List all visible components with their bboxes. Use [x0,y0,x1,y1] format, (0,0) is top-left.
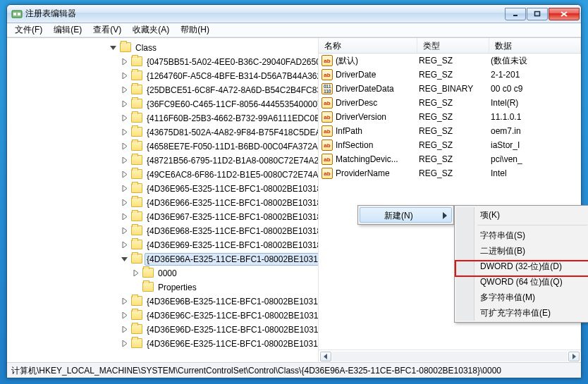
folder-icon [131,183,142,193]
menu-file[interactable]: 文件(F) [10,23,47,37]
menu-help[interactable]: 帮助(H) [176,23,214,37]
expand-icon[interactable] [121,185,128,192]
binary-value-icon: 011110 [321,83,333,94]
tree-item[interactable]: Properties [131,280,318,295]
tree-item[interactable]: {43675D81-502A-4A82-9F84-B75F418C5DEA} [120,125,318,140]
app-icon [11,8,23,20]
expand-icon[interactable] [121,326,128,333]
menu-item-binary[interactable]: 二进制值(B) [456,243,588,259]
col-type[interactable]: 类型 [417,38,489,53]
list-row[interactable]: ab(默认)REG_SZ(数值未设 [319,54,581,68]
expand-icon[interactable] [121,199,128,206]
tree-item[interactable]: {4658EE7E-F050-11D1-B6BD-00C04FA372A7} [120,140,318,154]
string-value-icon: ab [321,69,333,80]
menu-item-string[interactable]: 字符串值(S) [456,228,588,243]
menu-edit[interactable]: 编辑(E) [49,23,87,37]
tree-item[interactable]: 0000 [131,266,318,280]
maximize-button[interactable] [527,8,548,20]
menu-fav[interactable]: 收藏夹(A) [128,23,174,37]
expand-icon[interactable] [121,87,128,93]
folder-icon [131,296,142,306]
folder-icon [131,240,142,249]
close-button[interactable] [549,8,580,20]
tree-item[interactable]: {4D36E968-E325-11CE-BFC1-08002BE10318} [120,224,318,238]
list-row[interactable]: abDriverDateREG_SZ2-1-201 [319,68,581,82]
list-row[interactable]: 011110DriverDateDataREG_BINARY00 c0 c9 [319,82,581,96]
tree-item[interactable]: {4116F60B-25B3-4662-B732-99A6111EDC0B} [120,111,318,125]
string-value-icon: ab [321,97,333,109]
expand-icon[interactable] [121,58,128,65]
collapse-icon[interactable] [110,44,116,51]
string-value-icon: ab [321,140,333,151]
expand-icon[interactable] [133,270,139,276]
string-value-icon: ab [321,55,333,66]
tree-item[interactable]: {49CE6AC8-6F86-11D2-B1E5-0080C72E74A2} [120,168,318,182]
tree-item[interactable]: {4D36E965-E325-11CE-BFC1-08002BE10318} [120,182,318,196]
menu-item-dword[interactable]: DWORD (32-位)值(D) [456,259,588,274]
expand-icon[interactable] [121,101,128,107]
context-menu-new: 新建(N) [357,205,454,225]
collapse-icon[interactable] [121,256,128,262]
expand-icon[interactable] [121,143,128,149]
menu-item-qword[interactable]: QWORD (64 位)值(Q) [456,274,588,290]
h-scrollbar[interactable] [319,349,581,362]
menu-item-new[interactable]: 新建(N) [360,207,452,223]
window-buttons [505,8,580,20]
tree-item[interactable]: {0475BB51-5A02-4EE0-B36C-29040FAD2650} [120,55,318,69]
submenu-arrow-icon [443,212,447,219]
folder-icon [142,282,154,292]
string-value-icon: ab [321,125,333,137]
list-row[interactable]: abInfSectionREG_SZiaStor_I [319,138,581,152]
tree-item[interactable]: {4D36E969-E325-11CE-BFC1-08002BE10318} [120,238,318,252]
tree-item[interactable]: {1264760F-A5C8-4BFE-B314-D56A7B44A362} [120,69,318,83]
folder-icon [131,338,142,348]
menu-item-expandstring[interactable]: 可扩充字符串值(E) [456,305,588,321]
expand-icon[interactable] [121,157,128,163]
scroll-right-icon[interactable] [568,352,580,361]
expand-icon[interactable] [121,73,128,79]
svg-rect-1 [13,13,16,16]
tree-item[interactable]: {48721B56-6795-11D2-B1A8-0080C72E74A2} [120,154,318,168]
tree-item[interactable]: {36FC9E60-C465-11CF-8056-444553540000} [120,97,318,111]
tree-item[interactable]: {4D36E96E-E325-11CE-BFC1-08002BE10318} [120,337,318,351]
tree-item[interactable]: {4D36E96B-E325-11CE-BFC1-08002BE10318} [120,295,318,309]
expand-icon[interactable] [121,213,128,220]
tree-item[interactable]: {25DBCE51-6C8F-4A72-8A6D-B54C2B4FC835} [120,83,318,97]
expand-icon[interactable] [121,171,128,178]
expand-icon[interactable] [121,340,128,347]
folder-icon [131,113,142,123]
folder-icon [131,99,142,109]
tree-item[interactable]: {4D36E967-E325-11CE-BFC1-08002BE10318} [120,210,318,224]
list-row[interactable]: abProviderNameREG_SZIntel [319,166,581,180]
list-row[interactable]: abMatchingDevic...REG_SZpci\ven_ [319,152,581,166]
tree-panel[interactable]: Class {0475BB51-5A02-4EE0-B36C-29040FAD2… [7,38,319,362]
list-row[interactable]: abDriverDescREG_SZIntel(R) [319,96,581,110]
folder-icon [131,169,142,179]
expand-icon[interactable] [121,228,128,234]
tree-item[interactable]: {4D36E966-E325-11CE-BFC1-08002BE10318} [120,196,318,210]
expand-icon[interactable] [121,129,128,135]
minimize-button[interactable] [505,8,526,20]
expand-icon[interactable] [121,242,128,248]
tree-root[interactable]: Class [109,41,318,55]
context-submenu-new: 项(K) 字符串值(S) 二进制值(B) DWORD (32-位)值(D) QW… [454,205,588,323]
list-header[interactable]: 名称 类型 数据 [319,38,581,54]
col-data[interactable]: 数据 [489,38,581,53]
menu-item-key[interactable]: 项(K) [456,207,588,223]
scroll-left-icon[interactable] [320,352,331,361]
titlebar[interactable]: 注册表编辑器 [7,5,581,23]
expand-icon[interactable] [121,298,128,304]
folder-icon [131,324,142,334]
col-name[interactable]: 名称 [319,38,417,53]
tree-item[interactable]: {4D36E96D-E325-11CE-BFC1-08002BE10318} [120,323,318,337]
list-row[interactable]: abDriverVersionREG_SZ11.1.0.1 [319,110,581,124]
menu-view[interactable]: 查看(V) [88,23,126,37]
expand-icon[interactable] [121,312,128,318]
svg-rect-2 [18,13,20,16]
expand-icon[interactable] [121,115,128,121]
tree-item[interactable]: {4D36E96C-E325-11CE-BFC1-08002BE10318} [120,309,318,323]
list-row[interactable]: abInfPathREG_SZoem7.in [319,124,581,138]
menu-item-multistring[interactable]: 多字符串值(M) [456,290,588,305]
tree-item-open[interactable]: {4D36E96A-E325-11CE-BFC1-08002BE10318} [120,252,318,266]
scroll-track[interactable] [332,352,568,361]
